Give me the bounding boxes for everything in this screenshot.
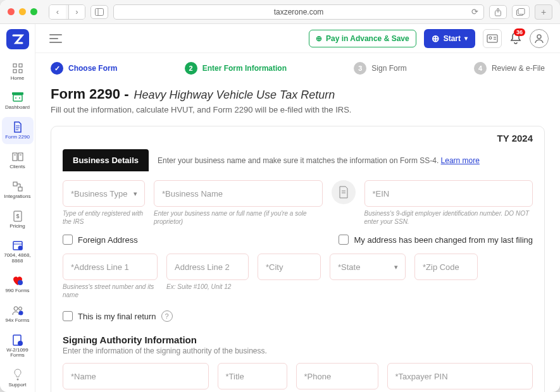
step-enter-info[interactable]: 2 Enter Form Information — [185, 62, 287, 75]
stepper: ✓ Choose Form 2 Enter Form Information 3… — [51, 53, 545, 86]
placeholder: *EIN — [373, 189, 390, 199]
svg-rect-8 — [19, 70, 22, 73]
address-line1-input[interactable]: *Address Line 1 — [63, 254, 158, 280]
sidebar-label: Pricing — [9, 224, 25, 230]
placeholder: *Title — [226, 372, 244, 381]
svg-rect-5 — [13, 64, 16, 67]
foreign-address-checkbox[interactable]: Foreign Address — [63, 235, 138, 245]
step-sign-form[interactable]: 3 Sign Form — [354, 62, 406, 75]
app-logo[interactable] — [6, 29, 29, 49]
maximize-window-icon[interactable] — [30, 8, 37, 15]
taxpayer-pin-input[interactable]: *Taxpayer PIN — [387, 363, 533, 389]
sidebar-label: Dashboard — [5, 105, 30, 111]
svg-rect-7 — [13, 70, 16, 73]
step-review-efile[interactable]: 4 Review & e-File — [474, 62, 545, 75]
signer-phone-input[interactable]: *Phone — [296, 363, 378, 389]
address-line2-input[interactable]: Address Line 2 — [166, 254, 249, 280]
document-lookup-icon[interactable] — [332, 180, 356, 204]
signer-title-input[interactable]: *Title — [218, 363, 287, 389]
step-label: Review & e-File — [492, 64, 545, 73]
svg-point-26 — [18, 246, 22, 250]
sidebar-item-extensions[interactable]: 7004, 4868, 8868 — [2, 235, 34, 268]
sidebar-item-dashboard[interactable]: Dashboard — [2, 87, 34, 114]
checkbox-label: This is my final return — [78, 312, 156, 321]
sidebar-item-support[interactable]: Support — [2, 365, 34, 392]
svg-point-32 — [18, 341, 23, 346]
sidebar-item-pricing[interactable]: $ Pricing — [2, 206, 34, 233]
forward-button[interactable]: › — [68, 5, 85, 19]
svg-rect-10 — [12, 92, 23, 95]
close-window-icon[interactable] — [8, 8, 15, 15]
reload-icon[interactable]: ⟳ — [471, 7, 478, 16]
notifications-button[interactable]: 36 — [509, 32, 522, 46]
zip-input[interactable]: *Zip Code — [414, 254, 478, 280]
user-avatar[interactable] — [530, 29, 549, 48]
chevron-down-icon: ▾ — [464, 35, 468, 42]
sidebar-item-integrations[interactable]: Integrations — [2, 176, 34, 204]
contact-card-icon[interactable] — [483, 29, 502, 48]
step-label: Choose Form — [68, 64, 117, 73]
share-icon[interactable] — [489, 5, 507, 19]
final-return-checkbox[interactable]: This is my final return ? — [63, 310, 173, 322]
help-icon[interactable]: ? — [161, 310, 173, 322]
placeholder: *Zip Code — [423, 262, 459, 272]
page-subtitle-italic: Heavy Highway Vehicle Use Tax Return — [134, 89, 335, 102]
business-name-input[interactable]: *Business Name — [154, 180, 323, 207]
sidebar-item-94x[interactable]: 94x Forms — [2, 300, 34, 328]
support-icon — [11, 369, 24, 381]
form-icon — [11, 121, 24, 133]
tab-business-details[interactable]: Business Details — [63, 149, 149, 171]
placeholder: Address Line 2 — [175, 262, 230, 272]
signing-section-sub: Enter the information of the signing aut… — [63, 346, 533, 355]
minimize-window-icon[interactable] — [19, 8, 26, 15]
pricing-icon: $ — [11, 210, 24, 223]
start-label: Start — [444, 34, 461, 43]
step-choose-form[interactable]: ✓ Choose Form — [51, 62, 117, 75]
svg-rect-21 — [18, 187, 22, 191]
sidebar-item-home[interactable]: Home — [2, 58, 34, 85]
tab-hint: Enter your business name and make sure i… — [158, 156, 480, 165]
back-button[interactable]: ‹ — [49, 5, 66, 19]
svg-point-12 — [19, 97, 20, 99]
menu-toggle-icon[interactable] — [49, 34, 62, 43]
people-icon — [11, 304, 24, 317]
svg-rect-17 — [18, 153, 23, 161]
address-changed-checkbox[interactable]: My address has been changed from my last… — [339, 235, 533, 245]
browser-titlebar: ‹ › taxzerone.com ⟳ + — [0, 0, 560, 24]
svg-point-35 — [489, 37, 492, 39]
step-number: 3 — [354, 62, 366, 75]
start-button[interactable]: ⊕ Start ▾ — [424, 29, 475, 48]
page-description: Fill out the information, calculate HVUT… — [51, 105, 545, 114]
sidebar-item-form-2290[interactable]: Form 2290 — [2, 117, 34, 144]
checkbox-label: My address has been changed from my last… — [354, 235, 533, 245]
sidebar-item-w2[interactable]: W-2/1099 Forms — [2, 330, 34, 363]
state-select[interactable]: *State — [330, 254, 406, 280]
pay-label: Pay in Advance & Save — [326, 34, 409, 43]
step-number: 4 — [474, 62, 487, 75]
helper-text: Type of entity registered with the IRS — [63, 209, 145, 226]
svg-point-28 — [14, 307, 18, 310]
sidebar-item-990[interactable]: 990 Forms — [2, 271, 34, 298]
pay-advance-button[interactable]: ⊕ Pay in Advance & Save — [309, 30, 416, 47]
svg-rect-16 — [13, 153, 17, 161]
sidebar-label: 7004, 4868, 8868 — [2, 253, 34, 264]
page-title: Form 2290 - Heavy Highway Vehicle Use Ta… — [51, 86, 545, 102]
signer-name-input[interactable]: *Name — [63, 363, 209, 389]
sidebar-label: Integrations — [4, 194, 31, 200]
business-type-select[interactable]: *Business Type — [63, 180, 145, 207]
checkbox-icon — [63, 235, 73, 245]
sidebar-label: Home — [11, 76, 24, 82]
learn-more-link[interactable]: Learn more — [441, 156, 480, 165]
sidebar-toggle-icon[interactable] — [90, 5, 108, 19]
app-sidebar: Home Dashboard Form 2290 Clients Integra… — [0, 24, 35, 392]
tax-year-badge: TY 2024 — [497, 133, 533, 144]
form-card: TY 2024 Business Details Enter your busi… — [51, 126, 545, 392]
url-bar[interactable]: taxzerone.com ⟳ — [113, 4, 484, 20]
city-input[interactable]: *City — [258, 254, 321, 280]
tabs-icon[interactable] — [512, 5, 530, 19]
ein-input[interactable]: *EIN — [364, 180, 533, 207]
placeholder: *City — [266, 262, 283, 272]
new-tab-button[interactable]: + — [535, 4, 552, 20]
sidebar-item-clients[interactable]: Clients — [2, 147, 34, 174]
helper-text: Ex: Suite #100, Unit 12 — [166, 283, 249, 291]
